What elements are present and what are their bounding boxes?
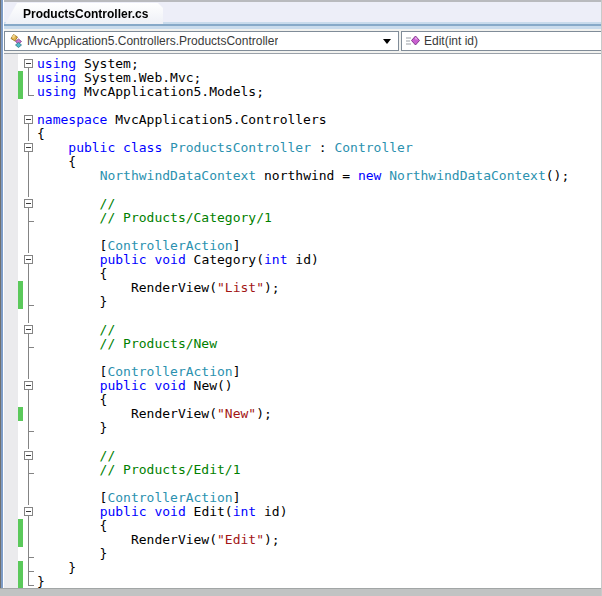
code-line[interactable] bbox=[4, 183, 601, 197]
code-text: { bbox=[37, 267, 107, 281]
code-text: public void Edit(int id) bbox=[37, 505, 288, 519]
code-line[interactable]: [ControllerAction] bbox=[4, 365, 601, 379]
token: } bbox=[37, 574, 45, 588]
token: id) bbox=[288, 252, 319, 267]
collapse-box-icon[interactable] bbox=[23, 449, 37, 463]
code-line[interactable]: public void Edit(int id) bbox=[4, 505, 601, 519]
outline-margin bbox=[23, 99, 37, 113]
code-line[interactable]: NorthwindDataContext northwind = new Nor… bbox=[4, 169, 601, 183]
code-line[interactable]: using System; bbox=[4, 57, 601, 71]
code-line[interactable] bbox=[4, 225, 601, 239]
collapse-box-icon[interactable] bbox=[23, 505, 37, 519]
token: ); bbox=[264, 280, 280, 295]
token: { bbox=[37, 154, 76, 169]
code-line[interactable]: RenderView("New"); bbox=[4, 407, 601, 421]
token: ControllerAction bbox=[107, 364, 232, 379]
code-line[interactable]: [ControllerAction] bbox=[4, 491, 601, 505]
chevron-down-icon[interactable] bbox=[383, 39, 391, 44]
code-line[interactable]: public void Category(int id) bbox=[4, 253, 601, 267]
token: New() bbox=[186, 378, 233, 393]
code-line[interactable]: namespace MvcApplication5.Controllers bbox=[4, 113, 601, 127]
token: RenderView( bbox=[37, 406, 217, 421]
code-text: NorthwindDataContext northwind = new Nor… bbox=[37, 169, 569, 183]
window-top-edge bbox=[0, 0, 602, 2]
code-line[interactable]: { bbox=[4, 155, 601, 169]
code-line[interactable] bbox=[4, 309, 601, 323]
code-line[interactable]: RenderView("List"); bbox=[4, 281, 601, 295]
token: int bbox=[264, 252, 287, 267]
token: : bbox=[311, 140, 334, 155]
collapse-box-icon[interactable] bbox=[23, 141, 37, 155]
token: "New" bbox=[217, 406, 256, 421]
token: int bbox=[233, 504, 256, 519]
code-line[interactable]: public class ProductsController : Contro… bbox=[4, 141, 601, 155]
code-line[interactable]: // bbox=[4, 323, 601, 337]
code-line[interactable]: [ControllerAction] bbox=[4, 239, 601, 253]
code-line[interactable]: } bbox=[4, 575, 601, 588]
code-line[interactable]: RenderView("Edit"); bbox=[4, 533, 601, 547]
code-line[interactable]: // bbox=[4, 449, 601, 463]
outline-margin bbox=[23, 533, 37, 547]
code-editor-window: ProductsController.cs MvcApplication5.Co… bbox=[0, 0, 602, 596]
token: using bbox=[37, 84, 76, 99]
token: // bbox=[37, 196, 115, 211]
code-line[interactable]: public void New() bbox=[4, 379, 601, 393]
token: { bbox=[37, 518, 107, 533]
token bbox=[37, 378, 100, 393]
outline-margin bbox=[23, 463, 37, 477]
code-line[interactable] bbox=[4, 477, 601, 491]
token: void bbox=[154, 252, 185, 267]
collapse-box-icon[interactable] bbox=[23, 113, 37, 127]
token: System.Web.Mvc; bbox=[76, 70, 201, 85]
code-line[interactable]: { bbox=[4, 267, 601, 281]
code-text: RenderView("New"); bbox=[37, 407, 272, 421]
token: Controller bbox=[334, 140, 412, 155]
code-line[interactable]: { bbox=[4, 393, 601, 407]
outline-margin bbox=[23, 295, 37, 309]
outline-margin bbox=[23, 491, 37, 505]
outline-margin bbox=[23, 155, 37, 169]
token: Category( bbox=[186, 252, 264, 267]
token: using bbox=[37, 70, 76, 85]
outline-margin bbox=[23, 225, 37, 239]
code-line[interactable]: // Products/Edit/1 bbox=[4, 463, 601, 477]
token: MvcApplication5.Controllers bbox=[107, 112, 326, 127]
token: ] bbox=[233, 238, 241, 253]
code-line[interactable]: } bbox=[4, 561, 601, 575]
code-line[interactable] bbox=[4, 435, 601, 449]
types-dropdown[interactable]: MvcApplication5.Controllers.ProductsCont… bbox=[4, 31, 399, 51]
document-tab[interactable]: ProductsController.cs bbox=[5, 3, 163, 24]
token: [ bbox=[37, 364, 107, 379]
collapse-box-icon[interactable] bbox=[23, 323, 37, 337]
token: new bbox=[358, 168, 381, 183]
horizontal-scroll-strip[interactable] bbox=[0, 588, 602, 596]
token: NorthwindDataContext bbox=[389, 168, 546, 183]
code-line[interactable]: } bbox=[4, 547, 601, 561]
code-line[interactable]: // bbox=[4, 197, 601, 211]
collapse-box-icon[interactable] bbox=[23, 197, 37, 211]
code-line[interactable]: } bbox=[4, 421, 601, 435]
code-line[interactable]: { bbox=[4, 519, 601, 533]
token: [ bbox=[37, 238, 107, 253]
code-text: using System; bbox=[37, 57, 139, 71]
code-line[interactable]: } bbox=[4, 295, 601, 309]
collapse-box-icon[interactable] bbox=[23, 253, 37, 267]
code-line[interactable] bbox=[4, 99, 601, 113]
code-line[interactable]: using MvcApplication5.Models; bbox=[4, 85, 601, 99]
collapse-box-icon[interactable] bbox=[23, 379, 37, 393]
code-text: } bbox=[37, 561, 76, 575]
code-text: namespace MvcApplication5.Controllers bbox=[37, 113, 327, 127]
code-line[interactable]: // Products/New bbox=[4, 337, 601, 351]
code-editor[interactable]: using System;using System.Web.Mvc;using … bbox=[4, 54, 601, 588]
code-text: // Products/New bbox=[37, 337, 217, 351]
code-line[interactable]: { bbox=[4, 127, 601, 141]
token bbox=[162, 140, 170, 155]
token: id) bbox=[256, 504, 287, 519]
collapse-box-icon[interactable] bbox=[23, 57, 37, 71]
token bbox=[37, 504, 100, 519]
code-line[interactable]: using System.Web.Mvc; bbox=[4, 71, 601, 85]
members-dropdown[interactable]: Edit(int id) bbox=[401, 31, 602, 51]
code-line[interactable]: // Products/Category/1 bbox=[4, 211, 601, 225]
code-line[interactable] bbox=[4, 351, 601, 365]
code-text: } bbox=[37, 295, 107, 309]
